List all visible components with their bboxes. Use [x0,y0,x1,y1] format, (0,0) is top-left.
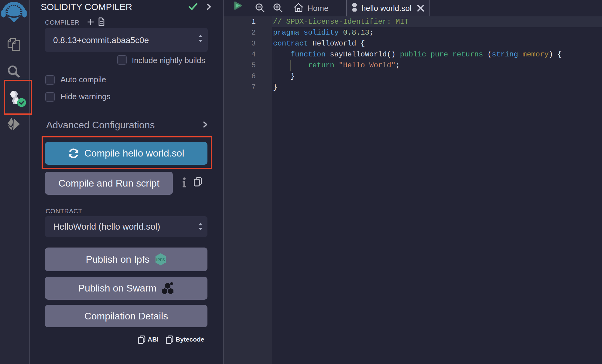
svg-text:IPFS: IPFS [156,258,165,262]
